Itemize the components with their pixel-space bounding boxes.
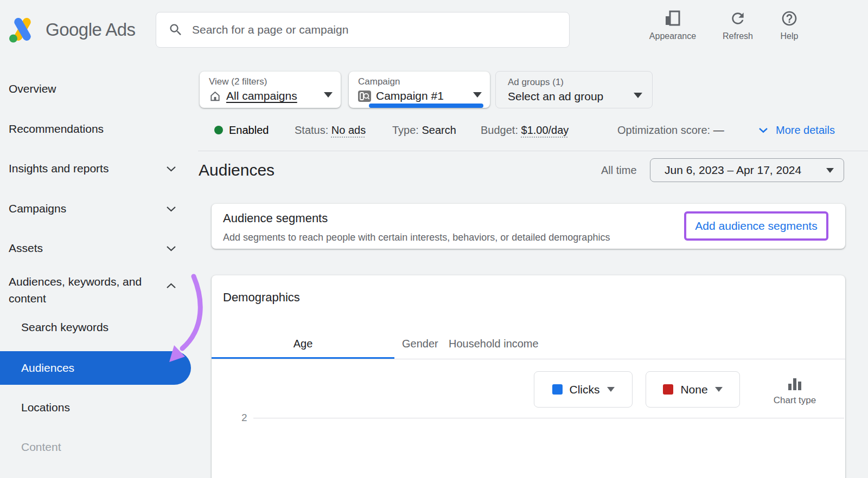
help-label: Help	[781, 31, 799, 41]
enabled-status: Enabled	[229, 124, 269, 137]
global-search-input[interactable]: Search for a page or campaign	[156, 12, 570, 48]
campaign-type: Type: Search	[392, 124, 456, 137]
help-icon	[781, 10, 798, 27]
dropdown-arrow-icon	[634, 93, 642, 98]
chevron-down-icon[interactable]	[166, 166, 176, 172]
dropdown-arrow-icon	[607, 387, 615, 392]
chart-type-icon	[788, 377, 802, 391]
audience-segments-subtitle: Add segments to reach people with certai…	[223, 232, 610, 243]
chart-gridline	[253, 418, 844, 418]
add-audience-segments-button[interactable]: Add audience segments	[695, 219, 817, 232]
secondary-metric-value: None	[680, 383, 707, 396]
campaign-active-indicator	[369, 104, 483, 108]
chevron-down-icon[interactable]	[166, 246, 176, 251]
status-value[interactable]: No ads	[331, 124, 366, 136]
primary-metric-dropdown[interactable]: Clicks	[534, 371, 633, 408]
sidebar-item-audiences-label: Audiences	[21, 361, 74, 374]
sidebar-item-overview[interactable]: Overview	[9, 82, 56, 95]
search-placeholder: Search for a page or campaign	[192, 23, 348, 36]
dropdown-arrow-icon	[473, 92, 482, 98]
refresh-button[interactable]: Refresh	[711, 10, 765, 41]
audience-segments-card: Audience segments Add segments to reach …	[212, 204, 845, 249]
chevron-down-icon[interactable]	[166, 206, 176, 212]
section-divider	[198, 151, 868, 151]
page-title: Audiences	[199, 161, 275, 179]
optimization-label: Optimization score:	[617, 124, 710, 136]
budget-value[interactable]: $1.00/day	[521, 124, 569, 136]
tab-household-income[interactable]: Household income	[449, 338, 539, 350]
audience-segments-title: Audience segments	[223, 211, 328, 225]
appearance-button[interactable]: Appearance	[637, 10, 708, 41]
demographics-title: Demographics	[223, 290, 300, 305]
dropdown-arrow-icon	[324, 92, 333, 98]
primary-metric-color-swatch	[552, 384, 563, 395]
ad-groups-dropdown[interactable]: Ad groups (1) Select an ad group	[495, 71, 653, 108]
sidebar-item-audiences-keywords-content[interactable]: Audiences, keywords, and content	[9, 273, 156, 307]
demographics-card: Demographics Age Gender Household income…	[212, 275, 845, 478]
optimization-value: —	[713, 124, 724, 136]
view-filter-dropdown[interactable]: View (2 filters) All campaigns	[200, 72, 341, 108]
campaign-status: Status: No ads	[295, 124, 366, 137]
chart-type-label: Chart type	[774, 395, 816, 406]
sidebar-item-campaigns[interactable]: Campaigns	[9, 202, 66, 215]
sidebar-item-search-keywords[interactable]: Search keywords	[21, 321, 108, 334]
campaign-dropdown[interactable]: Campaign Campaign #1	[349, 72, 490, 108]
enabled-status-dot	[214, 126, 223, 134]
ad-groups-value: Select an ad group	[508, 90, 603, 103]
add-audience-segments-highlight-box: Add audience segments	[684, 211, 828, 241]
primary-metric-value: Clicks	[570, 383, 600, 396]
chevron-down-icon	[758, 127, 768, 133]
date-range-picker[interactable]: Jun 6, 2023 – Apr 17, 2024	[650, 158, 844, 182]
y-axis-tick: 2	[241, 412, 247, 424]
type-label: Type:	[392, 124, 419, 136]
campaign-icon	[358, 91, 371, 102]
tab-gender[interactable]: Gender	[402, 338, 438, 350]
date-preset-label: All time	[601, 164, 637, 177]
view-filter-value: All campaigns	[226, 89, 297, 102]
brand: Google Ads	[8, 0, 136, 60]
status-label: Status:	[295, 124, 328, 136]
home-icon	[209, 90, 221, 102]
help-button[interactable]: Help	[768, 10, 811, 41]
dropdown-arrow-icon	[715, 387, 723, 392]
campaign-budget: Budget: $1.00/day	[481, 124, 569, 137]
sidebar-item-assets[interactable]: Assets	[9, 242, 43, 255]
chart-type-button[interactable]: Chart type	[765, 377, 825, 406]
view-filter-label: View (2 filters)	[209, 76, 267, 87]
brand-title: Google Ads	[46, 20, 136, 40]
sidebar-item-insights-and-reports[interactable]: Insights and reports	[9, 162, 108, 175]
more-details-label: More details	[776, 124, 835, 137]
tab-age[interactable]: Age	[212, 338, 394, 350]
campaign-value: Campaign #1	[376, 89, 444, 102]
secondary-metric-color-swatch	[663, 384, 673, 395]
tabs-divider	[212, 359, 845, 359]
appearance-icon	[664, 10, 681, 27]
ad-groups-label: Ad groups (1)	[508, 77, 564, 88]
refresh-icon	[729, 10, 746, 27]
secondary-metric-dropdown[interactable]: None	[646, 371, 740, 408]
search-icon	[168, 22, 183, 37]
type-value: Search	[422, 124, 456, 136]
campaign-label: Campaign	[358, 76, 400, 87]
appearance-label: Appearance	[649, 31, 696, 41]
google-ads-app: Google Ads Search for a page or campaign…	[0, 0, 868, 478]
refresh-label: Refresh	[723, 31, 753, 41]
dropdown-arrow-icon	[826, 168, 834, 173]
optimization-score: Optimization score: —	[617, 124, 724, 137]
sidebar-item-content[interactable]: Content	[21, 441, 61, 454]
budget-label: Budget:	[481, 124, 518, 136]
more-details-button[interactable]: More details	[758, 124, 835, 137]
date-range-value: Jun 6, 2023 – Apr 17, 2024	[665, 164, 801, 177]
sidebar-item-locations[interactable]: Locations	[21, 401, 70, 414]
google-ads-logo	[8, 16, 37, 43]
sidebar-item-recommendations[interactable]: Recommendations	[9, 122, 104, 135]
